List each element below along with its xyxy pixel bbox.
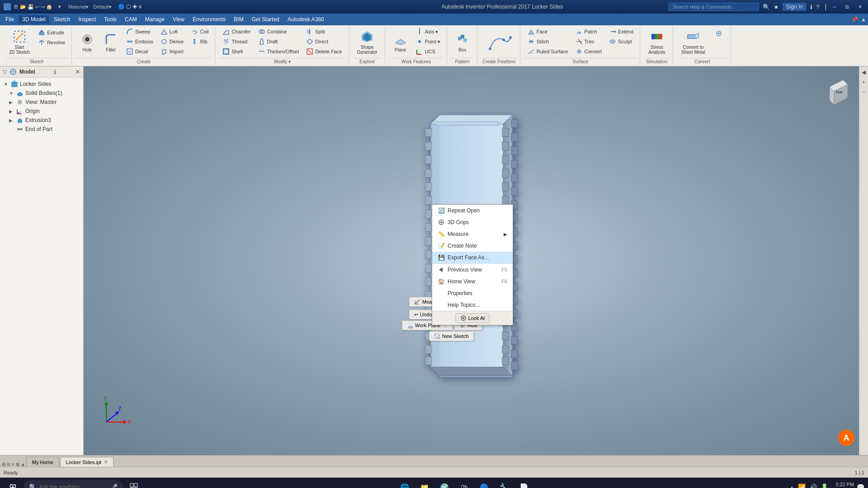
tab-icon-1[interactable]: ⊞	[2, 462, 5, 467]
btn-settings-convert[interactable]	[712, 29, 725, 38]
material-selector[interactable]: Material▾	[68, 4, 89, 10]
close-btn[interactable]: ✕	[855, 2, 864, 11]
btn-import[interactable]: Import	[158, 47, 187, 56]
strip-btn-1[interactable]: ◀	[861, 68, 867, 76]
restore-btn[interactable]: ⧉	[843, 2, 852, 11]
taskbar-search[interactable]: 🔍 🎤	[24, 480, 123, 488]
btn-stitch[interactable]: Stitch	[525, 37, 571, 46]
close-tab-btn[interactable]: ✕	[104, 460, 108, 465]
btn-stress-analysis[interactable]: StressAnalysis	[645, 27, 669, 57]
battery-icon[interactable]: 🔋	[821, 483, 828, 488]
btn-patch[interactable]: Patch	[573, 27, 605, 36]
menu-environments[interactable]: Environments	[189, 15, 229, 23]
menu-view[interactable]: View	[169, 15, 188, 23]
start-btn[interactable]: ⊞	[4, 479, 22, 488]
btn-plane[interactable]: Plane	[390, 27, 411, 57]
notification-icon[interactable]: 💬	[857, 483, 864, 488]
btn-convert-sheet-metal[interactable]: Convert toSheet Metal	[678, 27, 709, 57]
btn-sweep[interactable]: Sweep	[123, 27, 156, 36]
btn-convert-surface[interactable]: Convert	[573, 47, 605, 56]
btn-derive[interactable]: Derive	[158, 37, 187, 46]
btn-draft[interactable]: Draft	[255, 37, 302, 46]
default-selector[interactable]: Default▾	[93, 4, 112, 10]
btn-chamfer[interactable]: Chamfer	[220, 27, 253, 36]
btn-start-sketch[interactable]: Start2D Sketch	[5, 27, 33, 57]
taskbar-edge[interactable]: 🌍	[435, 479, 453, 488]
btn-decal[interactable]: D Decal	[123, 47, 156, 56]
btn-loft[interactable]: Loft	[158, 27, 187, 36]
btn-point[interactable]: Point ▾	[413, 37, 443, 46]
tab-icon-2[interactable]: ⊟	[7, 462, 10, 467]
tab-my-home[interactable]: My Home	[26, 457, 59, 467]
menu-cam[interactable]: CAM	[121, 15, 141, 23]
look-at-btn[interactable]: Look At	[455, 313, 490, 323]
taskbar-search-input[interactable]	[39, 484, 107, 488]
menu-bim[interactable]: BIM	[230, 15, 247, 23]
btn-delete-face[interactable]: Delete Face	[303, 47, 344, 56]
ctx-export-face[interactable]: 💾 Export Face As...	[432, 252, 513, 263]
ctx-measure[interactable]: 📏 Measure ▶	[432, 228, 513, 240]
menu-get-started[interactable]: Get Started	[248, 15, 283, 23]
tree-item-end-of-part[interactable]: End of Part	[2, 125, 81, 134]
menu-inspect[interactable]: Inspect	[75, 15, 99, 23]
taskbar-ie[interactable]: 🌐	[396, 479, 414, 488]
btn-ucs[interactable]: UCS	[413, 47, 443, 56]
btn-emboss[interactable]: Emboss	[123, 37, 156, 46]
btn-shape-generator[interactable]: ShapeGenerator	[354, 27, 381, 57]
tab-icon-5[interactable]: ▲	[21, 462, 25, 467]
btn-hole[interactable]: Hole	[76, 27, 98, 57]
tree-item-origin[interactable]: ▶ Origin	[2, 107, 81, 116]
btn-thicken-offset[interactable]: Thicken/Offset	[255, 47, 302, 56]
btn-axis[interactable]: Axis ▾	[413, 27, 443, 36]
btn-split[interactable]: Split	[303, 27, 344, 36]
menu-file[interactable]: File	[2, 15, 18, 23]
btn-fillet[interactable]: Fillet	[100, 27, 122, 57]
menu-autodesk-a360[interactable]: Autodesk A360	[284, 15, 328, 23]
info-icon[interactable]: ℹ	[810, 4, 812, 10]
tree-item-solid-bodies[interactable]: ▼ Solid Bodies(1)	[2, 89, 81, 98]
btn-ruled-surface[interactable]: Ruled Surface	[525, 47, 571, 56]
ctx-properties[interactable]: Properties	[432, 287, 513, 299]
tree-item-extrusion3[interactable]: ▶ Extrusion3	[2, 116, 81, 125]
menu-sketch[interactable]: Sketch	[50, 15, 74, 23]
sign-in-btn[interactable]: Sign In	[783, 3, 807, 11]
ctx-repeat-open[interactable]: 🔄 Repeat Open	[432, 205, 513, 216]
qt-new-sketch[interactable]: New Sketch	[429, 331, 474, 341]
menu-manage[interactable]: Manage	[142, 15, 168, 23]
btn-sculpt[interactable]: Sculpt	[606, 37, 636, 46]
volume-icon[interactable]: 🔊	[809, 483, 817, 488]
ctx-create-note[interactable]: 📝 Create Note	[432, 240, 513, 252]
show-hidden-icon[interactable]: ▲	[789, 484, 794, 488]
ctx-previous-view[interactable]: Previous View F5	[432, 263, 513, 276]
btn-thread[interactable]: Thread	[220, 37, 253, 46]
clock-date[interactable]: 3:22 PM 4/6/2017	[835, 482, 854, 488]
close-panel-btn[interactable]: ✕	[75, 68, 80, 75]
help-icon[interactable]: 🔍	[763, 4, 770, 10]
viewport[interactable]: 🔄 Repeat Open 3D Grips 📏 Measure ▶ 📝 Cre…	[84, 66, 868, 455]
filter-icon[interactable]: ▽	[3, 69, 7, 75]
btn-direct[interactable]: Direct	[303, 37, 344, 46]
help-search[interactable]	[669, 3, 759, 11]
btn-revolve[interactable]: Revolve	[35, 38, 68, 47]
minimize-btn[interactable]: ─	[830, 2, 839, 11]
btn-trim[interactable]: Trim	[573, 37, 605, 46]
ribbon-pin[interactable]: 📌	[851, 16, 858, 23]
help-btn[interactable]: ?	[816, 4, 819, 10]
ctx-3d-grips[interactable]: 3D Grips	[432, 216, 513, 228]
bookmark-icon[interactable]: ★	[774, 4, 779, 10]
btn-extrude[interactable]: Extrude	[35, 28, 68, 37]
info-btn[interactable]: ℹ	[54, 69, 56, 75]
btn-box[interactable]: Box	[452, 27, 473, 57]
ribbon-expand[interactable]: ▲	[861, 16, 866, 23]
btn-extend[interactable]: Extend	[606, 27, 636, 36]
network-icon[interactable]: 📶	[798, 483, 806, 488]
tab-locker-sides[interactable]: Locker Sides.ipt ✕	[60, 457, 113, 467]
menu-tools[interactable]: Tools	[100, 15, 120, 23]
nav-cube[interactable]: TOP	[823, 75, 854, 107]
quick-access-more[interactable]: ▼	[57, 4, 62, 9]
taskbar-chrome[interactable]: 🔵	[475, 479, 493, 488]
menu-3dmodel[interactable]: 3D Model	[19, 15, 49, 23]
context-menu[interactable]: 🔄 Repeat Open 3D Grips 📏 Measure ▶ 📝 Cre…	[432, 204, 513, 325]
btn-rib[interactable]: Rib	[188, 37, 211, 46]
tree-item-view-master[interactable]: ▶ View: Master	[2, 98, 81, 107]
